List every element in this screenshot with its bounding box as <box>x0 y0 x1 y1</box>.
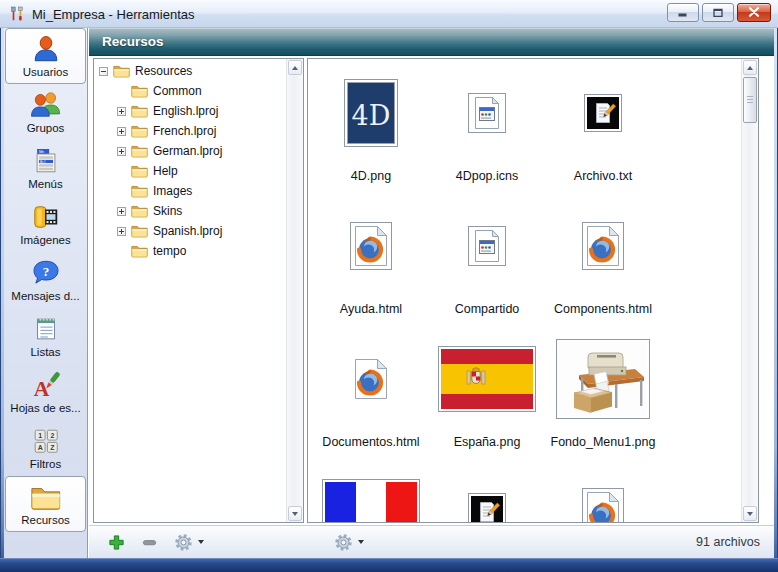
file-item-4d-png[interactable]: 4D 4D.png <box>313 61 429 194</box>
window-controls <box>667 3 771 22</box>
add-button[interactable] <box>105 532 128 553</box>
app-window: Mi_Empresa - Herramientas Usuarios Grupo… <box>0 0 778 572</box>
sidebar-item-label: Imágenes <box>20 234 71 246</box>
expander-icon[interactable] <box>117 227 126 236</box>
tree-actions-button[interactable] <box>171 531 207 554</box>
scroll-down-button[interactable] <box>743 506 757 521</box>
tree-item-tempo[interactable]: tempo <box>95 241 285 261</box>
files-grid: 4D 4D.png 4Dpop.icns Archivo.txt Ayuda.h… <box>307 58 759 523</box>
folder-icon <box>113 64 130 78</box>
tree-item-label: tempo <box>153 244 186 258</box>
minus-icon <box>141 534 158 551</box>
tree-item-help[interactable]: Help <box>95 161 285 181</box>
folder-icon <box>131 184 148 198</box>
app-document-icon <box>429 198 545 294</box>
client-area: Usuarios Grupos MnMn 2 Menús Imágenes ? … <box>4 28 774 558</box>
expander-icon[interactable] <box>99 67 108 76</box>
sidebar-item-label: Usuarios <box>23 66 68 78</box>
tree-item-label: Skins <box>153 204 182 218</box>
sidebar-item-recursos[interactable]: Recursos <box>5 476 86 532</box>
tree-scrollbar[interactable] <box>286 59 303 522</box>
printer-photo-icon <box>545 331 661 427</box>
file-item-documentos-html[interactable]: Documentos.html <box>313 327 429 460</box>
tree-item-spanish-lproj[interactable]: Spanish.lproj <box>95 221 285 241</box>
sidebar-item-imagenes[interactable]: Imágenes <box>4 196 87 252</box>
tree-item-english-lproj[interactable]: English.lproj <box>95 101 285 121</box>
grid-scrollbar[interactable] <box>741 59 758 522</box>
scroll-up-button[interactable] <box>743 60 757 75</box>
content-area: Resources Common English.lproj French.lp… <box>89 56 774 525</box>
minimize-button[interactable] <box>667 3 699 22</box>
file-item-text-document-black[interactable] <box>429 460 545 523</box>
file-item-flag-france[interactable] <box>313 460 429 523</box>
svg-text:Mn 2: Mn 2 <box>39 160 45 164</box>
tree-item-skins[interactable]: Skins <box>95 201 285 221</box>
flag-spain-icon <box>429 331 545 427</box>
tree-item-label: Help <box>153 164 178 178</box>
expander-icon[interactable] <box>117 207 126 216</box>
icon-border-box <box>438 346 536 412</box>
expander-icon[interactable] <box>117 147 126 156</box>
firefox-document-icon <box>313 198 429 294</box>
window-bottom-border <box>0 558 778 572</box>
icon-border-box <box>468 493 506 523</box>
sidebar-item-filtros[interactable]: 12AZ Filtros <box>4 420 87 476</box>
maximize-button[interactable] <box>702 3 734 22</box>
file-label: Archivo.txt <box>535 169 671 183</box>
tree-item-label: Images <box>153 184 192 198</box>
file-count: 91 archivos <box>696 535 760 549</box>
flag-france-icon <box>313 464 429 523</box>
gear-icon <box>174 533 193 552</box>
logo-4d-icon: 4D <box>313 65 429 161</box>
file-item-firefox-document[interactable] <box>545 460 661 523</box>
file-item-ayuda-html[interactable]: Ayuda.html <box>313 194 429 327</box>
plus-icon <box>108 534 125 551</box>
icon-border-box <box>584 94 622 132</box>
sidebar-item-label: Menús <box>28 178 63 190</box>
grid-cells: 4D 4D.png 4Dpop.icns Archivo.txt Ayuda.h… <box>313 61 725 523</box>
tree-item-german-lproj[interactable]: German.lproj <box>95 141 285 161</box>
scroll-down-button[interactable] <box>288 506 302 521</box>
file-item-fondo-menu1-png[interactable]: Fondo_Menu1.png <box>545 327 661 460</box>
sidebar-item-hojas[interactable]: A Hojas de es... <box>4 364 87 420</box>
help-bubble-icon: ? <box>30 258 62 288</box>
tree-item-label: French.lproj <box>153 124 216 138</box>
tools-app-icon <box>9 6 25 22</box>
sidebar-item-listas[interactable]: Listas <box>4 308 87 364</box>
folder-icon <box>131 224 148 238</box>
sidebar-item-menus[interactable]: MnMn 2 Menús <box>4 140 87 196</box>
win-close-icon <box>748 5 760 20</box>
file-item-espa-a-png[interactable]: España.png <box>429 327 545 460</box>
sidebar-item-usuarios[interactable]: Usuarios <box>5 28 86 84</box>
titlebar: Mi_Empresa - Herramientas <box>0 0 778 28</box>
file-item-4dpop-icns[interactable]: 4Dpop.icns <box>429 61 545 194</box>
folder-icon <box>131 204 148 218</box>
tree-item-french-lproj[interactable]: French.lproj <box>95 121 285 141</box>
resources-tree: Resources Common English.lproj French.lp… <box>93 58 304 523</box>
icon-border-box <box>322 479 420 523</box>
scroll-up-button[interactable] <box>288 60 302 75</box>
file-item-compartido[interactable]: Compartido <box>429 194 545 327</box>
tree-item-resources[interactable]: Resources <box>95 61 285 81</box>
remove-button[interactable] <box>138 532 161 553</box>
arrow-down-icon <box>292 512 298 516</box>
icon-border-box <box>582 488 624 523</box>
expander-icon[interactable] <box>117 107 126 116</box>
grid-actions-button[interactable] <box>331 531 367 554</box>
folder-icon <box>131 144 148 158</box>
arrow-up-icon <box>292 66 298 70</box>
close-button[interactable] <box>737 3 771 22</box>
sidebar-item-label: Grupos <box>27 122 65 134</box>
sidebar-item-grupos[interactable]: Grupos <box>4 84 87 140</box>
sidebar-item-mensajes[interactable]: ? Mensajes d... <box>4 252 87 308</box>
user-icon <box>30 34 62 64</box>
expander-icon[interactable] <box>117 127 126 136</box>
file-item-components-html[interactable]: Components.html <box>545 194 661 327</box>
tree-item-common[interactable]: Common <box>95 81 285 101</box>
window-title: Mi_Empresa - Herramientas <box>32 7 195 22</box>
tree-item-images[interactable]: Images <box>95 181 285 201</box>
file-item-archivo-txt[interactable]: Archivo.txt <box>545 61 661 194</box>
folder-icon <box>131 104 148 118</box>
icon-border-box <box>350 222 392 270</box>
scroll-thumb[interactable] <box>743 77 757 123</box>
